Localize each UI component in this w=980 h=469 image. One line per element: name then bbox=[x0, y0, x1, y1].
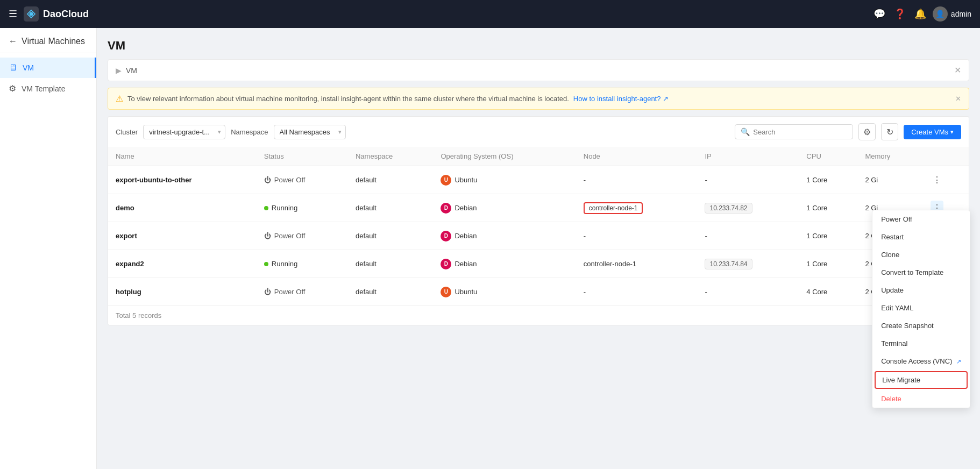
status-cell: ⏻ Power Off bbox=[264, 288, 340, 296]
col-node: Node bbox=[576, 147, 698, 166]
breadcrumb-item-vm: VM bbox=[126, 66, 137, 75]
status-cell: Running bbox=[264, 204, 340, 212]
status-label: Power Off bbox=[274, 176, 306, 184]
col-ip: IP bbox=[697, 147, 799, 166]
status-cell: Running bbox=[264, 260, 340, 268]
warning-text: To view relevant information about virtu… bbox=[127, 95, 569, 103]
help-icon[interactable]: ❓ bbox=[894, 8, 906, 20]
ext-link-icon: ↗ bbox=[956, 358, 961, 365]
sidebar-item-vm[interactable]: 🖥 VM bbox=[0, 58, 96, 78]
namespace-select[interactable]: All Namespaces bbox=[274, 125, 346, 139]
os-cell: D Debian bbox=[441, 231, 568, 241]
namespace-cell: default bbox=[348, 222, 433, 250]
cpu-cell: 1 Core bbox=[799, 194, 857, 222]
chat-icon[interactable]: 💬 bbox=[874, 8, 885, 20]
vm-template-icon: ⚙ bbox=[9, 83, 16, 94]
context-menu-power-off[interactable]: Power Off bbox=[872, 210, 970, 228]
search-box: 🔍 bbox=[735, 124, 853, 139]
power-off-icon: ⏻ bbox=[264, 232, 271, 240]
debian-icon: D bbox=[441, 203, 451, 214]
ip-badge: 10.233.74.82 bbox=[705, 203, 752, 214]
namespace-cell: default bbox=[348, 166, 433, 194]
notification-icon[interactable]: 🔔 bbox=[914, 8, 926, 20]
col-cpu: CPU bbox=[799, 147, 857, 166]
breadcrumb: ▶ VM bbox=[116, 66, 137, 75]
create-vms-button[interactable]: Create VMs ▾ bbox=[904, 125, 961, 139]
user-label: admin bbox=[951, 10, 971, 18]
status-label: Running bbox=[272, 204, 297, 212]
table-row: hotplug ⏻ Power Off default U bbox=[108, 278, 969, 306]
node-cell: - bbox=[576, 278, 698, 306]
back-arrow-icon: ← bbox=[9, 37, 17, 46]
ip-cell: - bbox=[697, 222, 799, 250]
os-cell: D Debian bbox=[441, 259, 568, 269]
topnav-actions: 💬 ❓ 🔔 bbox=[874, 8, 926, 20]
context-menu-terminal[interactable]: Terminal bbox=[872, 335, 970, 352]
settings-button[interactable]: ⚙ bbox=[858, 123, 876, 140]
logo: DaoCloud bbox=[24, 6, 89, 22]
col-status: Status bbox=[257, 147, 348, 166]
context-menu-convert-template[interactable]: Convert to Template bbox=[872, 264, 970, 281]
warning-link-text: How to install insight-agent? bbox=[573, 95, 661, 103]
namespace-cell: default bbox=[348, 250, 433, 278]
warning-link-ext-icon: ↗ bbox=[663, 95, 669, 103]
cluster-select-wrapper: virtnest-upgrade-t... bbox=[143, 125, 225, 139]
vm-table-wrap: Name Status Namespace Operating System (… bbox=[108, 147, 969, 325]
node-cell: - bbox=[576, 222, 698, 250]
search-input[interactable] bbox=[753, 128, 847, 136]
user-menu[interactable]: 👤 admin bbox=[933, 6, 971, 22]
debian-icon: D bbox=[441, 231, 451, 241]
col-actions bbox=[923, 147, 969, 166]
context-menu-clone[interactable]: Clone bbox=[872, 246, 970, 264]
namespace-cell: default bbox=[348, 194, 433, 222]
avatar: 👤 bbox=[933, 6, 948, 22]
col-os: Operating System (OS) bbox=[433, 147, 576, 166]
power-off-icon: ⏻ bbox=[264, 176, 271, 184]
ip-cell: - bbox=[697, 278, 799, 306]
menu-icon[interactable]: ☰ bbox=[9, 8, 17, 20]
warning-link[interactable]: How to install insight-agent? ↗ bbox=[573, 95, 669, 103]
context-menu-update[interactable]: Update bbox=[872, 281, 970, 299]
breadcrumb-expand-icon[interactable]: ▶ bbox=[116, 66, 122, 75]
ubuntu-icon: U bbox=[441, 287, 451, 297]
vm-name: hotplug bbox=[116, 288, 141, 296]
row-menu-button[interactable]: ⋮ bbox=[931, 173, 943, 187]
context-menu-delete[interactable]: Delete bbox=[872, 390, 970, 408]
vm-name: demo bbox=[116, 204, 134, 212]
cluster-label: Cluster bbox=[116, 128, 138, 136]
node-cell: controller-node-1 bbox=[576, 250, 698, 278]
sidebar-back-button[interactable]: ← Virtual Machines bbox=[0, 28, 96, 53]
table-row: export ⏻ Power Off default D bbox=[108, 222, 969, 250]
main-layout: ← Virtual Machines 🖥 VM ⚙ VM Template VM… bbox=[0, 28, 980, 469]
cpu-cell: 1 Core bbox=[799, 222, 857, 250]
ubuntu-icon: U bbox=[441, 175, 451, 186]
breadcrumb-close-icon[interactable]: ✕ bbox=[954, 65, 961, 75]
cluster-select[interactable]: virtnest-upgrade-t... bbox=[143, 125, 225, 139]
node-cell: - bbox=[576, 166, 698, 194]
col-namespace: Namespace bbox=[348, 147, 433, 166]
col-memory: Memory bbox=[857, 147, 923, 166]
os-label: Debian bbox=[455, 232, 477, 240]
sidebar-item-vm-template[interactable]: ⚙ VM Template bbox=[0, 78, 96, 99]
context-menu-edit-yaml[interactable]: Edit YAML bbox=[872, 299, 970, 317]
cpu-cell: 1 Core bbox=[799, 250, 857, 278]
os-label: Ubuntu bbox=[455, 176, 477, 184]
namespace-label: Namespace bbox=[231, 128, 268, 136]
vm-icon: 🖥 bbox=[9, 63, 17, 73]
breadcrumb-bar: ▶ VM ✕ bbox=[108, 59, 969, 81]
os-label: Debian bbox=[455, 260, 477, 268]
search-icon: 🔍 bbox=[741, 127, 750, 136]
table-header-row: Name Status Namespace Operating System (… bbox=[108, 147, 969, 166]
cpu-cell: 4 Core bbox=[799, 278, 857, 306]
context-menu-console-vnc[interactable]: Console Access (VNC) ↗ bbox=[872, 352, 970, 370]
refresh-button[interactable]: ↻ bbox=[881, 123, 898, 140]
toolbar: Cluster virtnest-upgrade-t... Namespace … bbox=[108, 116, 969, 147]
context-menu-live-migrate[interactable]: Live Migrate bbox=[875, 371, 968, 389]
warning-content: ⚠ To view relevant information about vir… bbox=[116, 94, 669, 104]
context-menu-restart[interactable]: Restart bbox=[872, 228, 970, 246]
warning-close-icon[interactable]: ✕ bbox=[955, 95, 961, 103]
ip-cell: - bbox=[697, 166, 799, 194]
context-menu-create-snapshot[interactable]: Create Snapshot bbox=[872, 317, 970, 335]
sidebar-item-vm-template-label: VM Template bbox=[22, 84, 65, 93]
cpu-cell: 1 Core bbox=[799, 166, 857, 194]
